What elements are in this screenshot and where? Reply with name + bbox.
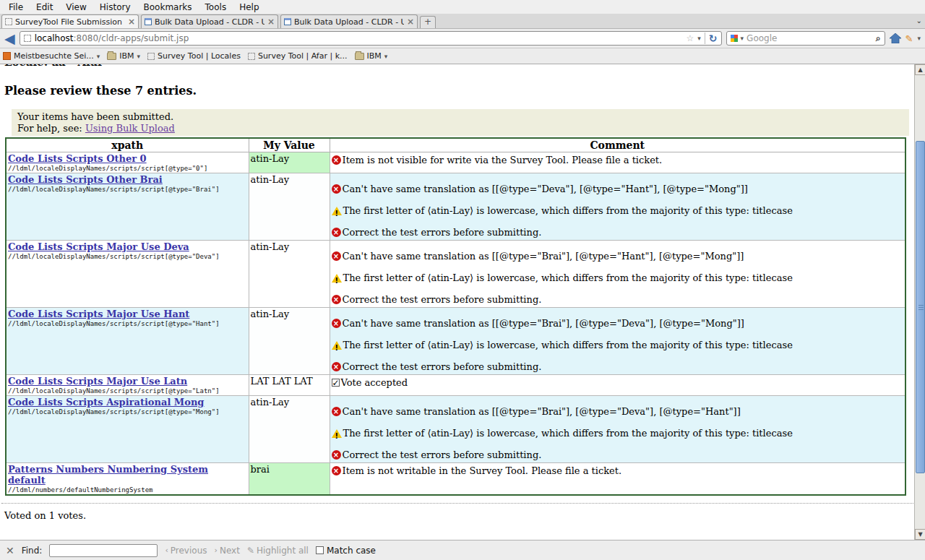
match-case-checkbox[interactable]: Match case <box>316 546 376 556</box>
my-value-text: atin-Lay <box>251 397 290 408</box>
menu-item-file[interactable]: File <box>3 1 29 13</box>
my-value-text: atin-Lay <box>251 153 290 164</box>
notice-help-prefix: For help, see: <box>17 123 85 134</box>
tab-3[interactable]: Bulk Data Upload - CLDR - Un...× <box>280 14 418 28</box>
review-table: xpath My Value Comment Code Lists Script… <box>5 137 906 496</box>
scroll-down-arrow-icon[interactable]: ▼ <box>915 529 925 540</box>
xpath-path: //ldml/localeDisplayNames/scripts/script… <box>8 387 247 395</box>
menu-item-edit[interactable]: Edit <box>30 1 59 13</box>
chevron-down-icon: ▾ <box>384 53 388 60</box>
bookmark-label: Survey Tool | Afar | k... <box>258 51 348 61</box>
bookmark-item-3[interactable]: Survey Tool | Locales <box>147 51 241 61</box>
page-icon <box>248 53 255 60</box>
comment-line: Vote accepted <box>332 376 904 389</box>
comment-line: ×Can't have same translation as [[@type=… <box>332 316 904 330</box>
comment-text: The first letter of ⟨atin-Lay⟩ is lowerc… <box>343 426 793 440</box>
warning-icon <box>332 341 342 350</box>
search-bar[interactable]: ▾ Google ⌕ <box>726 31 885 46</box>
notice-line2: For help, see: Using Bulk Upload <box>17 123 903 134</box>
bookmark-star-icon[interactable]: ☆ <box>687 33 694 43</box>
using-bulk-upload-link[interactable]: Using Bulk Upload <box>85 123 175 134</box>
tab-2[interactable]: Bulk Data Upload - CLDR - Un...× <box>141 14 278 28</box>
comment-text: Vote accepted <box>341 376 408 389</box>
xpath-cell: Patterns Numbers Numbering System defaul… <box>6 463 249 496</box>
tab-close-icon[interactable]: × <box>267 18 275 25</box>
menu-item-tools[interactable]: Tools <box>199 1 233 13</box>
search-placeholder: Google <box>747 33 873 43</box>
table-row: Patterns Numbers Numbering System defaul… <box>6 463 905 496</box>
xpath-link[interactable]: Code Lists Scripts Other 0 <box>8 153 147 164</box>
reload-icon[interactable]: ↻ <box>705 33 718 44</box>
sage-feed-icon[interactable]: ✎ <box>905 33 913 44</box>
value-cell: brai <box>249 463 330 496</box>
comment-line: ×Correct the test errors before submitti… <box>332 360 904 374</box>
xpath-link[interactable]: Code Lists Scripts Major Use Hant <box>8 309 189 319</box>
new-tab-button[interactable]: + <box>420 16 436 28</box>
xpath-link[interactable]: Code Lists Scripts Major Use Latn <box>8 376 187 387</box>
menu-item-view[interactable]: View <box>60 1 92 13</box>
xpath-link[interactable]: Patterns Numbers Numbering System defaul… <box>8 464 208 486</box>
list-tabs-chevron-icon[interactable]: ⌄ <box>916 17 922 25</box>
comment-text: Item is not visible for write via the Su… <box>343 153 663 167</box>
submission-notice: Your items have been submitted. For help… <box>12 109 909 136</box>
bookmark-label: Survey Tool | Locales <box>158 51 241 61</box>
document-favicon-icon <box>284 18 291 25</box>
toolbar-overflow-chevron-icon[interactable]: ▾ <box>917 35 921 42</box>
comment-text: The first letter of ⟨atin-Lay⟩ is lowerc… <box>343 338 793 352</box>
bookmark-item-1[interactable]: Meistbesuchte Sei...▾ <box>3 51 100 61</box>
xpath-path: //ldml/localeDisplayNames/scripts/script… <box>8 408 247 415</box>
comment-text: Can't have same translation as [[@type="… <box>343 316 744 330</box>
binoculars-search-icon[interactable]: ⌕ <box>876 33 881 43</box>
comment-cell: ×Item is not writable in the Survey Tool… <box>330 463 905 496</box>
warning-icon <box>332 207 342 215</box>
notice-line1: Your items have been submitted. <box>17 111 903 123</box>
scrollbar-thumb[interactable] <box>916 141 925 473</box>
find-input[interactable] <box>49 544 158 557</box>
tab-1[interactable]: SurveyTool File Submission | ...× <box>1 14 139 28</box>
xpath-link[interactable]: Code Lists Scripts Other Brai <box>8 174 163 185</box>
comment-cell: ×Can't have same translation as [[@type=… <box>330 396 905 463</box>
findbar-close-icon[interactable]: ✕ <box>6 545 14 556</box>
my-value-text: brai <box>251 464 270 475</box>
comment-text: Correct the test errors before submittin… <box>343 293 542 306</box>
find-previous-button[interactable]: ‹ Previous <box>165 546 207 556</box>
highlight-all-button[interactable]: ✎ Highlight all <box>247 546 309 556</box>
error-icon: × <box>332 407 341 416</box>
folder-icon <box>355 53 364 60</box>
xpath-cell: Code Lists Scripts Other Brai //ldml/loc… <box>6 173 249 241</box>
comment-line: ×Correct the test errors before submitti… <box>332 293 904 306</box>
search-engine-chevron-icon[interactable]: ▾ <box>741 35 744 42</box>
highlighter-icon: ✎ <box>247 546 254 556</box>
checkbox-checked-icon[interactable] <box>332 379 340 387</box>
bookmark-item-4[interactable]: Survey Tool | Afar | k... <box>248 51 348 61</box>
error-icon: × <box>332 450 341 460</box>
xpath-link[interactable]: Code Lists Scripts Aspirational Mong <box>8 397 204 408</box>
url-bar[interactable]: localhost:8080/cldr-apps/submit.jsp ☆ ▾ … <box>20 31 722 46</box>
vertical-scrollbar[interactable]: ▲ ▼ <box>914 64 925 540</box>
tab-close-icon[interactable]: × <box>128 18 135 25</box>
xpath-link[interactable]: Code Lists Scripts Major Use Deva <box>8 241 189 252</box>
error-icon: × <box>332 251 341 261</box>
home-icon[interactable] <box>890 33 901 43</box>
xpath-cell: Code Lists Scripts Other 0 //ldml/locale… <box>6 152 249 173</box>
menu-item-bookmarks[interactable]: Bookmarks <box>138 1 198 13</box>
table-row: Code Lists Scripts Aspirational Mong //l… <box>6 396 905 463</box>
web-icon <box>3 52 11 60</box>
menu-item-help[interactable]: Help <box>233 1 264 13</box>
comment-text: Correct the test errors before submittin… <box>343 225 542 239</box>
menu-item-history[interactable]: History <box>94 1 137 13</box>
bookmark-item-2[interactable]: IBM▾ <box>107 51 140 61</box>
tab-close-icon[interactable]: × <box>407 18 414 25</box>
google-logo-icon[interactable] <box>731 35 738 42</box>
value-cell: atin-Lay <box>249 173 330 241</box>
bookmark-item-5[interactable]: IBM▾ <box>355 51 388 61</box>
scroll-up-arrow-icon[interactable]: ▲ <box>915 64 925 75</box>
find-next-button[interactable]: › Next <box>215 546 240 556</box>
url-dropdown-chevron-icon[interactable]: ▾ <box>697 35 701 42</box>
warning-icon <box>332 429 342 438</box>
tab-title: Bulk Data Upload - CLDR - Un... <box>294 17 404 27</box>
my-value-text: atin-Lay <box>251 174 290 185</box>
folder-icon <box>107 53 116 60</box>
back-button[interactable]: ◀ <box>4 32 15 46</box>
comment-line: ×Can't have same translation as [[@type=… <box>332 405 904 418</box>
